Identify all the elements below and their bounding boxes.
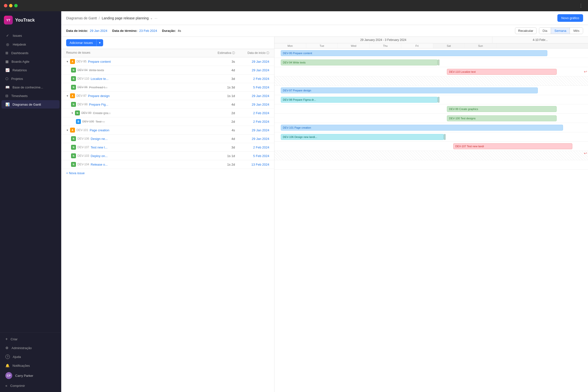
admin-item[interactable]: ⚙ Administração [2, 344, 60, 352]
criar-item[interactable]: + Criar [2, 335, 60, 344]
start-date: 29 Jan 2024 [235, 94, 269, 98]
issue-name[interactable]: Deploy on... [91, 154, 108, 158]
header-more-icon[interactable]: ··· [154, 16, 158, 20]
issue-name[interactable]: Proofread t... [89, 86, 107, 89]
issue-name[interactable]: Create gra... [93, 111, 110, 115]
gantt-bar[interactable]: DEV-107 Test new landi [453, 143, 572, 149]
bar-label: DEV-101 Page creation [283, 126, 311, 129]
table-row[interactable]: N DEV-110 Localize te... 3d 2 Feb 2024 [61, 74, 274, 83]
issue-name[interactable]: Prepare design [88, 94, 110, 98]
table-row[interactable]: B DEV-100 Test ... 2d 2 Feb 2024 [61, 117, 274, 126]
start-date: 29 Jan 2024 [235, 68, 269, 72]
gantt-day-wed: Wed [338, 43, 370, 48]
gantt-row: DEV-94 Write texts [274, 58, 588, 67]
ajuda-item[interactable]: ? Ajuda [2, 352, 60, 361]
badge-n: N [71, 136, 76, 141]
gantt-bar[interactable]: DEV-106 Design new landi... [281, 134, 444, 140]
tab-dia[interactable]: Dia [539, 28, 551, 34]
sidebar-item-label: Issues [13, 34, 22, 38]
badge-a: A [70, 93, 75, 98]
sidebar-item-dashboards[interactable]: ⊞ Dashboards [2, 49, 60, 57]
gantt-bar[interactable]: DEV-110 Localize text [447, 69, 557, 75]
issue-name[interactable]: Release o... [91, 163, 108, 166]
gantt-bar[interactable]: DEV-101 Page creation [281, 125, 563, 130]
table-row[interactable]: N DEV-104 Release o... 1s 2d 13 Feb 2024 [61, 160, 274, 169]
breadcrumb-parent[interactable]: Diagramas de Gantt [66, 16, 97, 20]
recalcular-button[interactable]: Recalcular [515, 28, 536, 34]
collapse-item[interactable]: « Comprimir [2, 382, 60, 390]
gantt-day-thu: Thu [370, 43, 402, 48]
issue-name[interactable]: Test ... [96, 120, 105, 124]
sidebar-item-helpdesk[interactable]: ◎ Helpdesk [2, 40, 60, 48]
table-row[interactable]: N DEV-106 Design ne... 4d 29 Jan 2024 [61, 134, 274, 143]
gantt-row: DEV-98 Prepare Figma dr... [274, 95, 588, 104]
duration-info: Duração: 4s [162, 29, 181, 32]
sidebar-bottom: + Criar ⚙ Administração ? Ajuda 🔔 Notifi… [0, 332, 61, 392]
estimate: 1s 2d [206, 163, 235, 166]
start-date: 2 Feb 2024 [235, 120, 269, 124]
table-row[interactable]: ▼ A DEV-97 Prepare design 1s 1d 29 Jan 2… [61, 92, 274, 100]
expand-icon[interactable]: ▼ [66, 60, 68, 63]
gantt-bar[interactable]: DEV-98 Prepare Figma dr... [281, 97, 438, 103]
issue-name[interactable]: Prepare Fig... [89, 103, 108, 106]
minimize-button[interactable] [9, 4, 12, 7]
sidebar-item-issues[interactable]: ✓ Issues [2, 31, 60, 40]
gantt-row: DEV-95 Prepare content [274, 48, 588, 58]
sidebar-item-relatorios[interactable]: 📈 Relatórios [2, 66, 60, 74]
sidebar-item-projetos[interactable]: ⬡ Projetos [2, 74, 60, 83]
sidebar-item-timesheets[interactable]: ⊟ Timesheets [2, 92, 60, 100]
bar-resize-handle[interactable] [438, 60, 440, 66]
gantt-day-mon: Mon [274, 43, 306, 48]
gantt-bar[interactable]: DEV-100 Test designs [447, 116, 557, 121]
gantt-weeks: 29 January 2024 - 3 February 2024 4-10 F… [274, 37, 588, 43]
expand-icon[interactable]: ▼ [71, 112, 74, 114]
maximize-button[interactable] [14, 4, 18, 7]
estimate: 2d [206, 120, 235, 124]
gantt-bar[interactable]: DEV-97 Prepare design [281, 88, 538, 93]
user-item[interactable]: CP Carry Parker [2, 370, 60, 381]
gantt-bar[interactable]: DEV-99 Create graphics [447, 106, 557, 112]
table-row[interactable]: ▼ A DEV-101 Page creation 4s 29 Jan 2024 [61, 126, 274, 134]
sidebar-item-boards[interactable]: ▦ Boards Agile [2, 57, 60, 66]
estimate: 2d [206, 111, 235, 115]
issue-name[interactable]: Prepare content [88, 60, 111, 64]
novo-grafico-button[interactable]: Novo gráfico [558, 14, 583, 22]
notif-item[interactable]: 🔔 Notificações [2, 362, 60, 370]
window-more-icon[interactable]: ⋮ [579, 3, 588, 8]
add-issues-button[interactable]: Adicionar issues [66, 39, 96, 46]
table-row[interactable]: ▼ A DEV-95 Prepare content 3s 29 Jan 202… [61, 57, 274, 66]
table-row[interactable]: N DEV-103 Deploy on... 1s 1d 5 Feb 2024 [61, 152, 274, 160]
expand-icon[interactable]: ▼ [66, 129, 68, 132]
gantt-bar[interactable]: DEV-95 Prepare content [281, 50, 547, 56]
bar-label: DEV-99 Create graphics [449, 108, 478, 110]
table-row[interactable]: N DEV-107 Test new l... 3d 2 Feb 2024 [61, 143, 274, 152]
sidebar-logo[interactable]: YT YouTrack [0, 11, 61, 29]
table-row[interactable]: ▼ N DEV-99 Create gra... 2d 2 Feb 2024 [61, 109, 274, 117]
nova-issue-row[interactable]: + Nova issue [61, 169, 274, 178]
table-side: Adicionar issues ▾ Resumo de issues Esti… [61, 37, 274, 392]
bar-resize-handle[interactable] [444, 134, 446, 140]
issue-name[interactable]: Write texts [89, 68, 104, 72]
issue-name[interactable]: Test new l... [91, 146, 108, 149]
add-dropdown-button[interactable]: ▾ [96, 39, 103, 46]
sidebar-item-label: Dashboards [11, 51, 28, 55]
tab-mes[interactable]: Mês [570, 28, 583, 34]
badge-a: A [70, 128, 75, 132]
breadcrumb-dropdown-icon[interactable]: ⌄ [150, 16, 153, 20]
sidebar-item-base[interactable]: 📖 Base de conhecime... [2, 83, 60, 92]
issue-name[interactable]: Page creation [90, 128, 109, 132]
start-date: 2 Feb 2024 [235, 77, 269, 80]
table-row[interactable]: N DEV-98 Prepare Fig... 4d 29 Jan 2024 [61, 100, 274, 109]
issue-name[interactable]: Localize te... [91, 77, 108, 80]
tab-semana[interactable]: Semana [551, 28, 570, 34]
badge-n: N [71, 153, 76, 158]
table-row[interactable]: N DEV-96 Proofread t... 1s 3d 5 Feb 2024 [61, 83, 274, 92]
bar-resize-handle[interactable] [438, 97, 440, 103]
table-toolbar: Adicionar issues ▾ [61, 37, 274, 49]
sidebar-item-gantt[interactable]: 📊 Diagramas de Gantt [2, 100, 60, 108]
gantt-bar[interactable]: DEV-94 Write texts [281, 60, 438, 66]
issue-name[interactable]: Design ne... [91, 137, 108, 141]
close-button[interactable] [4, 4, 7, 7]
expand-icon[interactable]: ▼ [66, 94, 68, 97]
table-row[interactable]: N DEV-94 Write texts 4d 29 Jan 2024 [61, 66, 274, 74]
